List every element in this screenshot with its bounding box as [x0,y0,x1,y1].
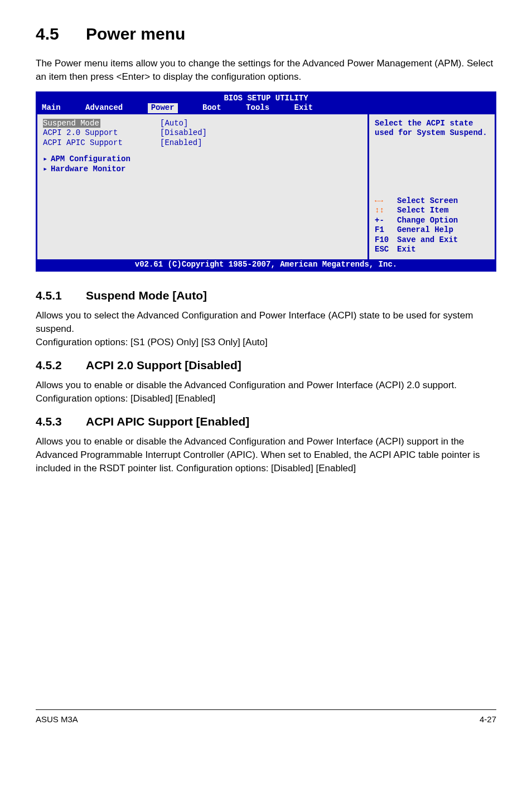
hint-select-screen: Select Screen [375,196,490,206]
bios-tab-advanced: Advanced [85,103,123,113]
bios-item-suspend-mode: Suspend Mode[Auto] [43,119,363,129]
intro-paragraph: The Power menu items allow you to change… [36,57,496,84]
bios-tab-exit: Exit [294,103,313,113]
bios-item-acpi20: ACPI 2.0 Support[Disabled] [43,128,363,138]
bios-left-pane: Suspend Mode[Auto] ACPI 2.0 Support[Disa… [37,114,367,259]
subsection-title: ACPI APIC Support [Enabled] [86,415,249,428]
bios-item-value: [Disabled] [160,128,207,137]
bios-submenu-apm: ▸APM Configuration [43,154,363,165]
hint-exit: ESCExit [375,245,490,255]
bios-tab-boot: Boot [202,103,221,113]
hint-select-item: ↕↕Select Item [375,206,490,216]
bios-title: BIOS SETUP UTILITY [37,93,495,104]
bios-item-label: ACPI APIC Support [43,138,160,148]
section-number: 4.5 [36,22,86,46]
bios-screenshot: BIOS SETUP UTILITY Main Advanced Power B… [36,91,496,272]
footer-right: 4-27 [480,713,496,725]
bios-help-text: Select the ACPI state used for System Su… [375,119,490,138]
bios-key-hints: Select Screen ↕↕Select Item +-Change Opt… [375,196,490,255]
subsection-para: Allows you to select the Advanced Config… [36,309,496,336]
subsection-title: Suspend Mode [Auto] [86,289,207,302]
hint-general-help: F1General Help [375,225,490,235]
subsection-heading-452: 4.5.2ACPI 2.0 Support [Disabled] [36,357,496,373]
triangle-right-icon: ▸ [43,154,51,165]
bios-tab-power: Power [148,103,178,113]
bios-submenu-hwmon: ▸Hardware Monitor [43,165,363,175]
footer-left: ASUS M3A [36,713,78,725]
arrow-up-down-icon: ↕↕ [375,206,384,215]
page-footer: ASUS M3A 4-27 [36,709,496,725]
bios-tab-tools: Tools [246,103,269,113]
bios-footer: v02.61 (C)Copyright 1985-2007, American … [37,259,495,270]
subsection-heading-453: 4.5.3ACPI APIC Support [Enabled] [36,413,496,429]
bios-body: Suspend Mode[Auto] ACPI 2.0 Support[Disa… [37,114,495,259]
bios-item-acpi-apic: ACPI APIC Support[Enabled] [43,138,363,148]
bios-item-value: [Enabled] [160,138,202,147]
bios-item-value: [Auto] [160,119,188,128]
subsection-para: Configuration options: [S1 (POS) Only] [… [36,336,496,349]
bios-item-label: Suspend Mode [43,119,100,128]
subsection-heading-451: 4.5.1Suspend Mode [Auto] [36,287,496,303]
bios-tab-bar: Main Advanced Power Boot Tools Exit [37,103,495,114]
bios-right-pane: Select the ACPI state used for System Su… [367,114,495,259]
subsection-number: 4.5.1 [36,287,86,303]
subsection-title: ACPI 2.0 Support [Disabled] [86,359,241,371]
bios-submenu-label: APM Configuration [51,154,130,163]
bios-submenu-label: Hardware Monitor [51,165,125,173]
section-title-text: Power menu [86,25,185,43]
hint-save-exit: F10Save and Exit [375,235,490,245]
arrow-left-right-icon [375,196,382,205]
triangle-right-icon: ▸ [43,165,51,175]
subsection-number: 4.5.2 [36,357,86,373]
bios-tab-main: Main [42,103,61,113]
bios-item-label: ACPI 2.0 Support [43,128,160,138]
section-heading: 4.5Power menu [36,22,496,46]
hint-change-option: +-Change Option [375,216,490,226]
subsection-para: Allows you to enable or disable the Adva… [36,379,496,405]
subsection-para: Allows you to enable or disable the Adva… [36,435,496,475]
subsection-number: 4.5.3 [36,413,86,429]
